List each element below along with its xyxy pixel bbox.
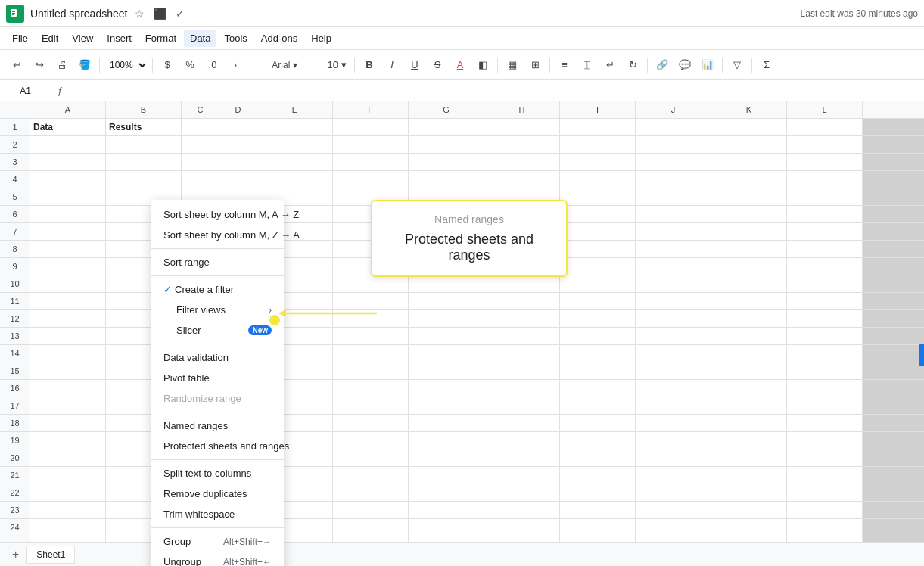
cell[interactable] — [711, 449, 787, 466]
cell[interactable] — [711, 502, 787, 518]
cell[interactable] — [333, 432, 409, 449]
cell[interactable] — [484, 136, 560, 153]
cell[interactable] — [787, 345, 863, 362]
cell[interactable] — [484, 293, 560, 309]
cell[interactable] — [30, 502, 106, 518]
cell[interactable] — [636, 223, 711, 240]
ungroup-item[interactable]: Ungroup Alt+Shift+← — [151, 552, 284, 566]
cell[interactable] — [484, 275, 560, 292]
cell[interactable] — [409, 275, 484, 292]
cell[interactable] — [30, 241, 106, 257]
cell[interactable] — [333, 519, 409, 536]
cell[interactable] — [257, 119, 333, 135]
italic-button[interactable]: I — [381, 54, 403, 76]
cell[interactable] — [484, 519, 560, 536]
decimal-button[interactable]: .0 — [202, 54, 223, 76]
bold-button[interactable]: B — [359, 54, 380, 76]
cell[interactable] — [484, 380, 560, 397]
cell[interactable] — [484, 328, 560, 344]
fill-color-button[interactable]: ◧ — [472, 54, 493, 76]
cell[interactable] — [106, 154, 182, 170]
cell[interactable] — [333, 380, 409, 397]
cell[interactable] — [333, 415, 409, 431]
cell[interactable] — [333, 397, 409, 414]
cell[interactable] — [711, 415, 787, 431]
cell[interactable] — [182, 171, 219, 188]
cell[interactable] — [409, 293, 484, 309]
cell[interactable] — [787, 275, 863, 292]
split-text-item[interactable]: Split text to columns — [151, 463, 284, 484]
cell[interactable] — [560, 258, 636, 275]
cell[interactable] — [787, 310, 863, 327]
star-icon[interactable]: ☆ — [133, 6, 146, 21]
cell[interactable] — [711, 119, 787, 135]
print-button[interactable]: 🖨 — [51, 54, 73, 76]
cell[interactable] — [636, 484, 711, 501]
cell[interactable] — [636, 397, 711, 414]
filter-button[interactable]: ▽ — [726, 54, 748, 76]
redo-button[interactable]: ↪ — [29, 54, 50, 76]
cell[interactable] — [409, 310, 484, 327]
cell[interactable] — [409, 328, 484, 344]
sort-az-item[interactable]: Sort sheet by column M, A → Z — [151, 204, 284, 225]
cell[interactable] — [787, 241, 863, 257]
menu-help[interactable]: Help — [305, 30, 338, 47]
cell[interactable] — [560, 432, 636, 449]
cell-reference-input[interactable] — [6, 86, 51, 96]
col-header-a[interactable]: A — [30, 101, 106, 118]
cell[interactable] — [560, 449, 636, 466]
cell[interactable] — [484, 345, 560, 362]
menu-file[interactable]: File — [6, 30, 34, 47]
cell[interactable] — [409, 136, 484, 153]
named-ranges-item[interactable]: Named ranges — [151, 415, 284, 436]
col-header-e[interactable]: E — [257, 101, 333, 118]
percent-button[interactable]: % — [179, 54, 201, 76]
cell[interactable] — [333, 328, 409, 344]
cell[interactable] — [787, 188, 863, 205]
col-header-f[interactable]: F — [333, 101, 409, 118]
cell[interactable] — [219, 119, 257, 135]
cell[interactable] — [711, 380, 787, 397]
cell[interactable] — [484, 432, 560, 449]
cell[interactable] — [787, 206, 863, 222]
cell[interactable] — [636, 502, 711, 518]
align-h-button[interactable]: ≡ — [554, 54, 575, 76]
cell[interactable] — [409, 345, 484, 362]
cell[interactable] — [560, 415, 636, 431]
col-header-g[interactable]: G — [409, 101, 484, 118]
cell[interactable] — [30, 380, 106, 397]
cell[interactable] — [409, 154, 484, 170]
cell[interactable] — [484, 171, 560, 188]
cell[interactable] — [787, 136, 863, 153]
cell[interactable] — [711, 136, 787, 153]
cell[interactable] — [30, 206, 106, 222]
rotate-button[interactable]: ↻ — [622, 54, 643, 76]
cell[interactable] — [711, 362, 787, 379]
currency-button[interactable]: $ — [157, 54, 178, 76]
comment-button[interactable]: 💬 — [674, 54, 695, 76]
cell[interactable] — [636, 154, 711, 170]
cell[interactable] — [30, 293, 106, 309]
cell[interactable] — [711, 188, 787, 205]
cell[interactable] — [257, 154, 333, 170]
cell[interactable] — [560, 275, 636, 292]
cell[interactable] — [560, 467, 636, 484]
strikethrough-button[interactable]: S — [427, 54, 448, 76]
more-formats-button[interactable]: › — [225, 54, 246, 76]
cell[interactable] — [636, 171, 711, 188]
data-validation-item[interactable]: Data validation — [151, 347, 284, 368]
cell[interactable] — [711, 293, 787, 309]
align-v-button[interactable]: ⌶ — [577, 54, 598, 76]
cell[interactable] — [484, 415, 560, 431]
cell[interactable] — [560, 502, 636, 518]
cell[interactable] — [409, 449, 484, 466]
cell[interactable] — [219, 171, 257, 188]
col-header-b[interactable]: B — [106, 101, 182, 118]
cell[interactable] — [560, 119, 636, 135]
cell[interactable] — [560, 362, 636, 379]
cell[interactable] — [787, 502, 863, 518]
cell[interactable] — [484, 119, 560, 135]
group-item[interactable]: Group Alt+Shift+→ — [151, 531, 284, 552]
cell[interactable] — [711, 328, 787, 344]
cell[interactable] — [711, 310, 787, 327]
